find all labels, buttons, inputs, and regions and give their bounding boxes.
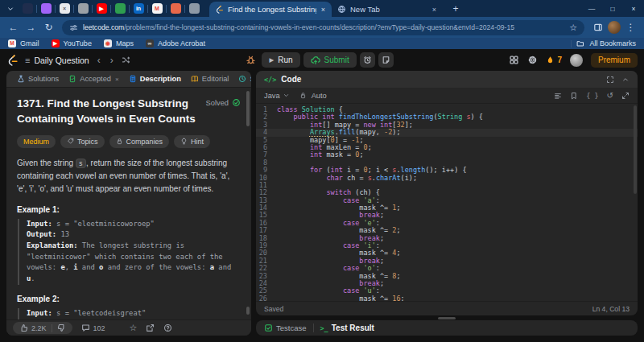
panel-tab-accepted[interactable]: Accepted× bbox=[64, 75, 122, 83]
pinned-tab[interactable]: ▶ bbox=[93, 0, 110, 17]
test-result-tab[interactable]: >_Test Result bbox=[320, 323, 374, 332]
resize-handle[interactable] bbox=[256, 315, 638, 320]
chevron-down-icon bbox=[6, 5, 14, 13]
format-icon[interactable] bbox=[554, 92, 562, 100]
tab-leetcode[interactable]: Find the Longest Substring Co × bbox=[209, 2, 332, 17]
bookmark-item[interactable]: MGmail bbox=[8, 39, 39, 47]
vote-group[interactable]: 2.2K bbox=[13, 322, 72, 334]
bookmark-label: YouTube bbox=[64, 39, 92, 47]
tab-close-icon[interactable]: × bbox=[431, 6, 437, 14]
tab-new-tab[interactable]: New Tab × bbox=[332, 2, 443, 17]
difficulty-badge[interactable]: Medium bbox=[17, 135, 56, 148]
fullscreen-icon[interactable] bbox=[606, 76, 614, 84]
example-key: Input: bbox=[27, 220, 56, 228]
notes-button[interactable] bbox=[378, 52, 394, 68]
browser-profile-avatar[interactable] bbox=[608, 21, 621, 34]
next-question-icon[interactable]: › bbox=[109, 55, 115, 66]
pinned-tab[interactable] bbox=[74, 0, 92, 17]
comments-button[interactable]: 102 bbox=[81, 323, 105, 332]
example-text: s = "eleetminicoworoep" bbox=[56, 220, 155, 228]
submit-button[interactable]: Submit bbox=[303, 52, 357, 68]
reload-button[interactable]: ↻ bbox=[41, 20, 56, 35]
code-text: mask ^= 16; bbox=[277, 295, 405, 301]
bookmark-star-icon[interactable]: ☆ bbox=[569, 23, 577, 33]
pinned-tab[interactable] bbox=[111, 0, 129, 17]
braces-icon[interactable]: { } bbox=[586, 92, 598, 100]
share-icon[interactable] bbox=[146, 323, 155, 332]
side-panel-icon[interactable] bbox=[590, 20, 605, 35]
scrollbar-thumb[interactable] bbox=[634, 105, 637, 194]
browser-menu-icon[interactable]: ⋮ bbox=[623, 20, 638, 35]
tab-close-icon[interactable]: × bbox=[320, 6, 326, 14]
pinned-tab[interactable]: × bbox=[56, 0, 73, 17]
language-selector[interactable]: Java bbox=[264, 92, 290, 100]
panel-tab-solutions[interactable]: Solutions bbox=[13, 75, 63, 83]
pinned-tab[interactable] bbox=[37, 0, 55, 17]
panel-tab-description[interactable]: Description bbox=[125, 75, 185, 83]
new-tab-button[interactable]: + bbox=[449, 3, 462, 14]
panel-tab-submissions[interactable]: Submissions bbox=[234, 75, 251, 83]
bookmark-item[interactable]: ▶YouTube bbox=[52, 39, 92, 47]
code-line[interactable]: 7 int mask = 0; bbox=[256, 151, 638, 159]
tab-search-button[interactable] bbox=[3, 2, 17, 15]
favorite-star-icon[interactable]: ☆ bbox=[130, 323, 138, 333]
like-count: 2.2K bbox=[31, 324, 47, 332]
code-panel-header: </> Code bbox=[256, 71, 638, 88]
close-icon[interactable]: × bbox=[115, 76, 119, 83]
user-avatar[interactable] bbox=[570, 54, 583, 67]
close-window-button[interactable]: × bbox=[623, 0, 644, 17]
panel-tab-editorial[interactable]: Editorial bbox=[187, 75, 233, 83]
chevron-down-icon bbox=[283, 92, 290, 99]
companies-badge[interactable]: Companies bbox=[109, 135, 170, 148]
address-bar[interactable]: leetcode.com/problems/find-the-longest-s… bbox=[62, 20, 584, 35]
pinned-tab[interactable] bbox=[19, 0, 36, 17]
pinned-tab[interactable]: in bbox=[130, 0, 147, 17]
layout-icon[interactable] bbox=[509, 55, 519, 65]
leetcode-logo[interactable] bbox=[6, 54, 19, 66]
pinned-tab[interactable]: M bbox=[148, 0, 166, 17]
site-info-icon[interactable] bbox=[69, 23, 78, 32]
list-icon: ≡ bbox=[25, 56, 30, 65]
example-text: . bbox=[31, 274, 35, 282]
code-panel: </> Code Java Auto bbox=[256, 71, 638, 315]
collapse-icon[interactable] bbox=[621, 76, 630, 84]
minimize-button[interactable]: — bbox=[581, 0, 602, 17]
run-button[interactable]: ▶ Run bbox=[262, 52, 299, 68]
testcase-tab[interactable]: Testcase bbox=[264, 323, 307, 332]
maximize-button[interactable]: □ bbox=[602, 0, 623, 17]
prev-question-icon[interactable]: ‹ bbox=[96, 55, 102, 66]
code-line[interactable]: 26 mask ^= 16; bbox=[256, 295, 638, 301]
code-icon: </> bbox=[264, 76, 276, 84]
thumbs-up-icon[interactable] bbox=[19, 323, 28, 332]
comment-count: 102 bbox=[93, 324, 105, 332]
problem-panel-tabs: SolutionsAccepted×DescriptionEditorialSu… bbox=[6, 71, 251, 88]
shuffle-icon[interactable] bbox=[122, 56, 130, 64]
tab-strip: ×▶inM Find the Longest Substring Co × Ne… bbox=[0, 0, 644, 17]
expand-icon[interactable] bbox=[621, 92, 630, 100]
bookmark-icon[interactable] bbox=[570, 92, 578, 100]
topics-badge[interactable]: Topics bbox=[60, 135, 105, 148]
auto-label[interactable]: Auto bbox=[312, 92, 327, 100]
bookmark-item[interactable]: ∞Adobe Acrobat bbox=[146, 39, 205, 47]
premium-button[interactable]: Premium bbox=[591, 53, 638, 68]
code-editor[interactable]: 1class Solution {2 public int findTheLon… bbox=[256, 104, 638, 301]
reset-code-icon[interactable]: ↺ bbox=[607, 91, 613, 100]
thumbs-down-icon[interactable] bbox=[57, 323, 66, 332]
debug-icon[interactable] bbox=[246, 55, 256, 65]
gear-icon[interactable] bbox=[527, 55, 538, 65]
scrollbar-thumb[interactable] bbox=[246, 91, 250, 126]
bookmarks: MGmail▶YouTube◉Maps∞Adobe Acrobat bbox=[8, 38, 205, 49]
all-bookmarks-button[interactable]: All Bookmarks bbox=[571, 39, 636, 47]
timer-button[interactable] bbox=[360, 52, 375, 68]
streak-counter[interactable]: 7 bbox=[546, 56, 562, 64]
back-button[interactable]: ← bbox=[6, 20, 21, 35]
pinned-tab[interactable] bbox=[167, 0, 184, 17]
bookmark-item[interactable]: ◉Maps bbox=[104, 39, 134, 47]
forward-button[interactable]: → bbox=[23, 20, 39, 35]
scrollbar-thumb[interactable] bbox=[246, 307, 250, 315]
pinned-tab[interactable] bbox=[185, 0, 203, 17]
hint-badge[interactable]: Hint bbox=[174, 135, 210, 148]
help-icon[interactable] bbox=[163, 323, 172, 332]
daily-question-nav[interactable]: ≡ Daily Question bbox=[25, 56, 89, 65]
code-line[interactable]: 10 char ch = s.charAt(i); bbox=[256, 175, 638, 182]
